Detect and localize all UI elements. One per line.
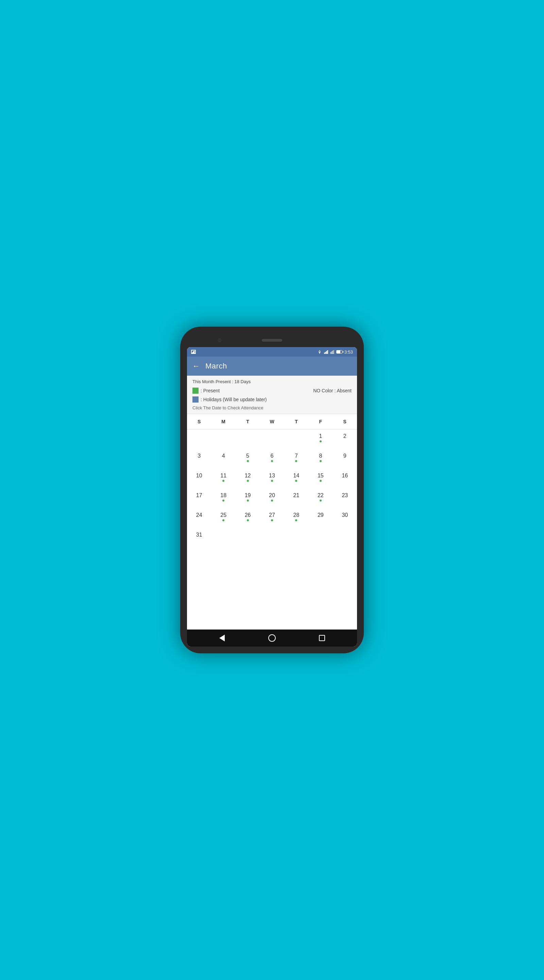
calendar-empty-cell: [284, 430, 308, 449]
legend-present-row: : Present NO Color : Absent: [192, 388, 352, 394]
absent-legend: NO Color : Absent: [313, 388, 352, 393]
calendar-day-22[interactable]: 22: [308, 488, 333, 508]
calendar-day-31[interactable]: 31: [187, 528, 211, 548]
calendar-section: SMTWTFS 12345678910111213141516171819202…: [187, 414, 357, 630]
present-color-box: [192, 388, 198, 394]
calendar-empty-cell: [260, 430, 284, 449]
day-header-W: W: [260, 417, 284, 426]
status-time: 3:53: [344, 350, 353, 355]
svg-rect-6: [331, 352, 332, 354]
calendar-day-13[interactable]: 13: [260, 469, 284, 488]
holiday-color-box: [192, 396, 198, 402]
signal-outline-icon: [330, 350, 334, 354]
calendar-day-18[interactable]: 18: [211, 488, 235, 508]
header-title: March: [205, 362, 227, 371]
phone-top-bar: [187, 334, 357, 347]
present-label: : Present: [201, 388, 220, 393]
info-section: This Month Present : 18 Days : Present N…: [187, 375, 357, 414]
day-header-M: M: [211, 417, 235, 426]
calendar-empty-cell: [236, 528, 260, 548]
click-hint-label: Click The Date to Check Attendance: [192, 405, 352, 410]
calendar-day-11[interactable]: 11: [211, 469, 235, 488]
svg-rect-5: [330, 353, 331, 354]
day-header-T: T: [236, 417, 260, 426]
status-bar-right: 3:53: [317, 350, 353, 355]
calendar-day-14[interactable]: 14: [284, 469, 308, 488]
calendar-day-24[interactable]: 24: [187, 508, 211, 528]
calendar-day-19[interactable]: 19: [236, 488, 260, 508]
signal-full-icon: [324, 350, 328, 354]
nav-recent-icon: [319, 635, 325, 641]
nav-back-icon: [219, 635, 225, 641]
calendar-day-headers: SMTWTFS: [187, 414, 357, 430]
calendar-day-3[interactable]: 3: [187, 449, 211, 469]
calendar-empty-cell: [308, 528, 333, 548]
calendar-day-30[interactable]: 30: [333, 508, 357, 528]
calendar-day-10[interactable]: 10: [187, 469, 211, 488]
calendar-day-21[interactable]: 21: [284, 488, 308, 508]
legend-holiday-row: : Holidays (Will be update later): [192, 396, 352, 402]
calendar-day-1[interactable]: 1: [308, 430, 333, 449]
svg-rect-3: [326, 351, 327, 354]
calendar-day-12[interactable]: 12: [236, 469, 260, 488]
calendar-day-2[interactable]: 2: [333, 430, 357, 449]
calendar-grid: 1234567891011121314151617181920212223242…: [187, 430, 357, 548]
calendar-day-7[interactable]: 7: [284, 449, 308, 469]
calendar-empty-cell: [284, 528, 308, 548]
battery-fill: [336, 350, 340, 353]
nav-recent-button[interactable]: [316, 632, 328, 644]
svg-rect-2: [325, 352, 326, 354]
svg-rect-4: [327, 350, 328, 354]
month-present-label: This Month Present : 18 Days: [192, 379, 352, 384]
calendar-day-8[interactable]: 8: [308, 449, 333, 469]
phone-frame: 3:53 ← March This Month Present : 18 Day…: [180, 327, 364, 653]
calendar-day-23[interactable]: 23: [333, 488, 357, 508]
calendar-day-4[interactable]: 4: [211, 449, 235, 469]
wifi-icon: [317, 350, 322, 354]
battery-icon: [336, 350, 343, 353]
status-bar-left: [191, 350, 196, 354]
nav-back-button[interactable]: [216, 632, 228, 644]
calendar-day-17[interactable]: 17: [187, 488, 211, 508]
nav-bar: [187, 630, 357, 646]
nav-home-icon: [268, 634, 276, 642]
calendar-empty-cell: [260, 528, 284, 548]
calendar-empty-cell: [187, 430, 211, 449]
calendar-empty-cell: [211, 528, 235, 548]
calendar-day-5[interactable]: 5: [236, 449, 260, 469]
calendar-day-29[interactable]: 29: [308, 508, 333, 528]
absent-label: NO Color : Absent: [313, 388, 352, 393]
status-bar: 3:53: [187, 347, 357, 356]
day-header-F: F: [308, 417, 333, 426]
notification-icon: [191, 350, 196, 354]
svg-rect-8: [333, 350, 334, 354]
calendar-empty-cell: [211, 430, 235, 449]
calendar-day-27[interactable]: 27: [260, 508, 284, 528]
day-header-T: T: [284, 417, 308, 426]
phone-speaker: [262, 339, 282, 342]
calendar-day-15[interactable]: 15: [308, 469, 333, 488]
calendar-day-16[interactable]: 16: [333, 469, 357, 488]
svg-rect-7: [332, 351, 333, 354]
holiday-label: : Holidays (Will be update later): [201, 397, 267, 402]
svg-point-0: [319, 353, 320, 353]
calendar-day-9[interactable]: 9: [333, 449, 357, 469]
calendar-day-6[interactable]: 6: [260, 449, 284, 469]
calendar-empty-cell: [236, 430, 260, 449]
nav-home-button[interactable]: [266, 632, 278, 644]
back-button[interactable]: ←: [192, 362, 200, 371]
day-header-S: S: [187, 417, 211, 426]
app-header: ← March: [187, 356, 357, 375]
calendar-day-25[interactable]: 25: [211, 508, 235, 528]
phone-camera: [217, 338, 222, 342]
day-header-S: S: [333, 417, 357, 426]
calendar-day-20[interactable]: 20: [260, 488, 284, 508]
calendar-day-28[interactable]: 28: [284, 508, 308, 528]
calendar-empty-cell: [333, 528, 357, 548]
phone-screen: 3:53 ← March This Month Present : 18 Day…: [187, 347, 357, 646]
calendar-day-26[interactable]: 26: [236, 508, 260, 528]
svg-rect-1: [324, 353, 325, 354]
